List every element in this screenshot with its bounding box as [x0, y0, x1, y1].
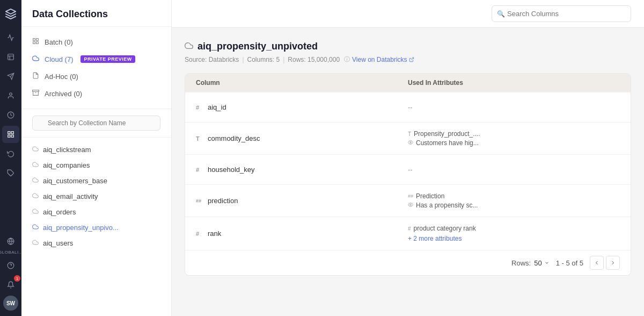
col-name-household: # household_key: [196, 166, 408, 174]
collection-name-6: aiq_propensity_unpivo...: [43, 224, 119, 232]
col-type-icon-2: T: [196, 135, 203, 142]
app-logo[interactable]: [2, 5, 19, 23]
table-footer: Rows: 50 1 - 5 of 5: [185, 250, 631, 275]
collection-item-orders[interactable]: aiq_orders: [21, 204, 171, 220]
col-name-aiq-id: # aiq_id: [196, 103, 408, 111]
rows-per-page-select[interactable]: 50: [534, 259, 549, 267]
collection-name-2: aiq_companies: [43, 161, 90, 169]
dash-3: --: [408, 166, 620, 174]
col-attrs-5: # product category rank + 2 more attribu…: [408, 225, 620, 242]
sidebar-item-adhoc[interactable]: Ad-Hoc (0): [21, 68, 171, 85]
col-type-icon-4: ##: [196, 198, 203, 204]
svg-point-22: [410, 204, 412, 206]
table-row: # aiq_id --: [185, 92, 631, 122]
main-content-area: 🔍 aiq_propensity_unpivoted Source: Datab…: [172, 0, 644, 316]
col-header-column: Column: [196, 79, 408, 87]
source-label: Source: Databricks: [185, 56, 239, 63]
collection-name-3: aiq_customers_base: [43, 177, 107, 185]
col-name-text-5: rank: [208, 229, 221, 238]
help-nav-icon[interactable]: [2, 257, 19, 274]
col-attrs-2: T Propensity_product_.... Customers have…: [408, 130, 620, 147]
archived-label: Archived (0): [45, 90, 82, 98]
collection-item-customers[interactable]: aiq_customers_base: [21, 173, 171, 189]
notifications-wrap: 1: [2, 276, 19, 293]
view-on-databricks-link[interactable]: View on Databricks: [352, 56, 414, 63]
next-page-button[interactable]: [606, 256, 620, 270]
collection-item-users[interactable]: aiq_users: [21, 235, 171, 251]
main-content: aiq_propensity_unpivoted Source: Databri…: [172, 28, 644, 316]
collection-name-4: aiq_email_activity: [43, 192, 98, 200]
collection-name-1: aiq_clickstream: [43, 146, 91, 154]
send-nav-icon[interactable]: [2, 68, 19, 85]
svg-rect-8: [8, 135, 10, 137]
history-nav-icon[interactable]: [2, 145, 19, 162]
attr-item: # product category rank: [408, 225, 620, 232]
col-type-icon-3: #: [196, 167, 203, 173]
attr-type-icon-1: T: [408, 131, 411, 137]
collection-cloud-icon-2: [32, 161, 39, 169]
attr-item: Has a propensity sc...: [408, 202, 620, 209]
collection-search-wrap: 🔍: [32, 116, 160, 131]
columns-label: Columns: 5: [247, 56, 280, 63]
sidebar-item-cloud[interactable]: Cloud (7) PRIVATE PREVIEW: [21, 51, 171, 68]
user-avatar[interactable]: SW: [3, 296, 18, 311]
table-row: ## prediction ## Prediction Has a propen…: [185, 184, 631, 217]
collection-search-input[interactable]: [32, 116, 160, 131]
sidebar-search-section: 🔍: [21, 109, 171, 138]
col-header-attrs: Used In Attributes: [408, 79, 620, 87]
col-type-icon-5: #: [196, 231, 203, 237]
svg-rect-18: [33, 90, 39, 92]
collection-item-clickstream[interactable]: aiq_clickstream: [21, 142, 171, 157]
collection-cloud-icon-3: [32, 177, 39, 185]
col-name-text-4: prediction: [208, 197, 238, 205]
rows-value: 50: [534, 259, 541, 267]
svg-point-21: [410, 142, 412, 143]
rows-label: Rows: 15,000,000: [288, 56, 340, 63]
attr-item: ## Prediction: [408, 192, 620, 200]
person-nav-icon[interactable]: [2, 87, 19, 104]
view-link-text: View on Databricks: [352, 56, 407, 63]
search-columns-input[interactable]: [492, 5, 631, 22]
collection-cloud-icon-4: [32, 192, 39, 200]
meta-divider-2: |: [283, 56, 284, 63]
svg-rect-17: [33, 42, 35, 44]
attr-eye-icon-2: [408, 202, 413, 209]
more-attributes-link[interactable]: + 2 more attributes: [408, 235, 620, 242]
tag-nav-icon[interactable]: [2, 164, 19, 182]
cloud-icon: [32, 55, 39, 63]
collection-cloud-icon-6: [32, 224, 39, 232]
nav-bar: GLOBALI... 1 SW: [0, 0, 21, 316]
col-attrs-1: --: [408, 103, 620, 111]
attr-label-1: Propensity_product_....: [414, 130, 480, 138]
sidebar-item-archived[interactable]: Archived (0): [21, 85, 171, 102]
collection-item-companies[interactable]: aiq_companies: [21, 157, 171, 173]
collection-title-cloud-icon: [185, 41, 193, 52]
attr-label-4: Has a propensity sc...: [416, 202, 478, 209]
clock-nav-icon[interactable]: [2, 106, 19, 124]
collection-title: aiq_propensity_unpivoted: [197, 41, 318, 52]
globe-nav-icon[interactable]: [2, 233, 19, 250]
collection-item-propensity[interactable]: aiq_propensity_unpivo...: [21, 220, 171, 235]
svg-rect-0: [8, 54, 14, 60]
search-columns-wrap: 🔍: [492, 5, 631, 22]
notification-badge: 1: [14, 275, 20, 282]
grid-nav-icon[interactable]: [2, 126, 19, 143]
svg-rect-7: [11, 135, 13, 137]
more-label: + 2 more attributes: [408, 235, 462, 242]
main-header: 🔍: [172, 0, 644, 28]
prev-page-button[interactable]: [590, 256, 604, 270]
columns-table: Column Used In Attributes # aiq_id -- T …: [185, 73, 631, 276]
collection-name-5: aiq_orders: [43, 208, 76, 216]
collection-cloud-icon-1: [32, 146, 39, 154]
sidebar-header: Data Collections: [21, 0, 171, 27]
table-row: # rank # product category rank + 2 more …: [185, 217, 631, 250]
cloud-label: Cloud (7): [45, 55, 73, 63]
sidebar-item-batch[interactable]: Batch (0): [21, 33, 171, 51]
chart-nav-icon[interactable]: [2, 48, 19, 66]
collection-item-email[interactable]: aiq_email_activity: [21, 189, 171, 204]
svg-rect-14: [33, 39, 35, 41]
meta-info-icon: ⓘ: [344, 55, 350, 63]
collection-title-row: aiq_propensity_unpivoted: [185, 41, 631, 52]
analytics-nav-icon[interactable]: [2, 29, 19, 46]
collection-cloud-icon-7: [32, 239, 39, 247]
